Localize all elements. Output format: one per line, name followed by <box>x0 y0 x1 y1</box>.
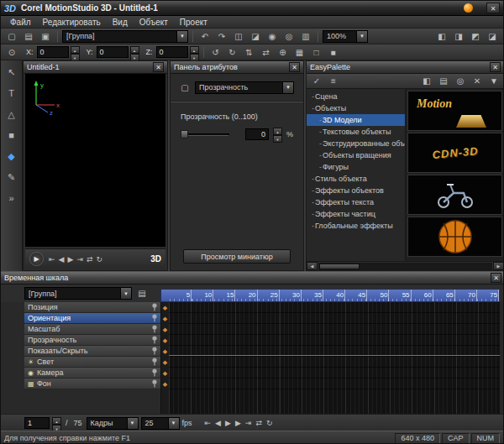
save-icon[interactable]: ▣ <box>38 29 53 43</box>
go-last-icon[interactable]: ⇥ <box>76 255 83 264</box>
palette-thumbnail-basketball[interactable] <box>407 217 502 257</box>
menu-item[interactable]: Вид <box>107 18 134 27</box>
timeline-track[interactable]: ☀ Свет <box>24 357 160 368</box>
tree-item[interactable]: Эффекты объектов <box>307 185 405 196</box>
prev-frame-icon[interactable]: ◀ <box>59 255 65 264</box>
timeline-track[interactable]: Позиция <box>24 302 160 313</box>
pointer-tool[interactable]: ↖ <box>3 65 20 79</box>
undo-icon[interactable]: ↶ <box>197 29 213 43</box>
tree-item[interactable]: Объекты вращения <box>307 149 405 161</box>
timeline-track[interactable]: ◉ Камера <box>24 368 160 379</box>
chevron-down-icon[interactable] <box>168 418 179 429</box>
repeat-icon[interactable]: ↻ <box>96 255 102 264</box>
rotate-cw-icon[interactable]: ↻ <box>225 45 240 59</box>
loop-playback-icon[interactable]: ⇄ <box>87 255 93 264</box>
pin-icon[interactable] <box>151 314 158 322</box>
dock-palette-icon[interactable]: ◧ <box>419 75 434 88</box>
scroll-left-icon[interactable] <box>307 262 318 270</box>
sphere-tool[interactable]: ◆ <box>3 149 20 163</box>
layout-custom-icon[interactable]: ◪ <box>485 29 500 43</box>
pin-icon[interactable] <box>151 347 158 355</box>
chevron-down-icon[interactable] <box>176 31 187 42</box>
paint-tool[interactable]: ✎ <box>3 170 20 184</box>
palette-menu-icon[interactable]: ▼ <box>486 75 501 88</box>
more-tools[interactable]: » <box>3 191 20 205</box>
zoom-select[interactable]: 100% <box>323 30 368 43</box>
menu-item[interactable]: Объект <box>134 18 174 27</box>
rotate-ccw-icon[interactable]: ↺ <box>208 45 223 59</box>
viewport-canvas[interactable]: y x z <box>25 74 165 247</box>
scrollbar-thumb[interactable] <box>319 264 360 269</box>
view-list-icon[interactable]: ≡ <box>326 75 341 88</box>
tl-go-last-icon[interactable]: ⇥ <box>245 419 252 427</box>
pin-icon[interactable] <box>151 379 158 388</box>
tree-item[interactable]: Сцена <box>307 91 405 102</box>
tl-repeat-icon[interactable]: ↻ <box>266 419 273 427</box>
palette-thumbnail-cdn3d[interactable]: CDN-3D <box>407 133 502 173</box>
keyframe-marker[interactable] <box>161 357 169 368</box>
fps-select[interactable]: 25 <box>141 417 180 430</box>
tree-item[interactable]: Объекты <box>307 102 405 114</box>
apply-icon[interactable]: ✓ <box>309 75 324 88</box>
keyframe-marker[interactable] <box>161 324 169 335</box>
close-button[interactable] <box>486 3 500 13</box>
timeline-track[interactable]: Показать/Скрыть <box>24 346 160 357</box>
keyframe-marker[interactable] <box>161 313 169 324</box>
delete-icon[interactable]: ✕ <box>470 75 485 88</box>
timeline-grid[interactable] <box>169 302 500 414</box>
palette-thumbnail-motion[interactable]: Motion <box>407 91 502 131</box>
tree-item[interactable]: Экструдированные объекты <box>307 138 405 149</box>
chevron-down-icon[interactable] <box>120 288 131 299</box>
tl-next-frame-icon[interactable]: ▶ <box>235 419 241 427</box>
link-axes-icon[interactable]: ⊙ <box>4 45 19 59</box>
chevron-down-icon[interactable] <box>356 31 367 42</box>
tl-loop-icon[interactable]: ⇄ <box>255 419 262 427</box>
tl-go-first-icon[interactable]: ⇤ <box>205 419 212 427</box>
y-stepper[interactable] <box>130 46 139 59</box>
keyframe-marker[interactable] <box>161 302 169 313</box>
tl-prev-frame-icon[interactable]: ◀ <box>215 419 221 427</box>
current-frame-field[interactable]: 1 <box>24 417 50 429</box>
menu-item[interactable]: Редактировать <box>37 18 107 27</box>
go-first-icon[interactable]: ⇤ <box>49 255 55 264</box>
slider-thumb[interactable] <box>181 130 188 138</box>
layout-split-icon[interactable]: ◨ <box>451 29 466 43</box>
shape-tool[interactable]: △ <box>3 107 20 121</box>
pin-icon[interactable] <box>151 336 158 344</box>
tree-item[interactable]: Эффекты частиц <box>307 208 405 220</box>
keyframe-marker[interactable] <box>161 346 169 357</box>
text-tool[interactable]: T <box>3 86 20 100</box>
flip-vertical-icon[interactable]: ⇅ <box>242 45 257 59</box>
menu-item[interactable]: Проект <box>174 18 213 27</box>
tree-item[interactable]: Фигуры <box>307 161 405 173</box>
keyframe-marker[interactable] <box>161 335 169 346</box>
pin-icon[interactable] <box>151 368 158 377</box>
z-stepper[interactable] <box>190 46 199 59</box>
z-field[interactable]: 0 <box>156 46 188 58</box>
copy-object-icon[interactable]: ◫ <box>231 29 246 43</box>
tree-item[interactable]: Стиль объекта <box>307 173 405 185</box>
palette-thumbnail-scooter[interactable] <box>407 175 502 215</box>
transparency-slider[interactable] <box>181 130 229 138</box>
timeline-group-select[interactable]: [Группа] <box>24 287 132 300</box>
attributes-close-button[interactable] <box>289 62 300 72</box>
tree-item[interactable]: Глобальные эффекты <box>307 220 405 232</box>
tree-item[interactable]: 3D Модели <box>307 114 405 126</box>
capture-icon[interactable]: ◎ <box>453 75 468 88</box>
render-camera-icon[interactable]: ◎ <box>281 29 297 43</box>
timeline-ruler[interactable]: 51015202530354045505560657075 <box>160 289 500 302</box>
flip-horizontal-icon[interactable]: ⇄ <box>259 45 274 59</box>
tree-item[interactable]: Эффекты текста <box>307 196 405 208</box>
wireframe-icon[interactable]: □ <box>309 45 324 59</box>
menu-item[interactable]: Файл <box>4 18 37 27</box>
keyframe-marker[interactable] <box>161 379 169 389</box>
timeline-track[interactable]: ▦ Фон <box>24 379 160 389</box>
keyframe-marker[interactable] <box>161 368 169 379</box>
pin-icon[interactable] <box>151 325 158 333</box>
chevron-down-icon[interactable] <box>282 82 293 93</box>
property-select[interactable]: Прозрачность <box>195 81 294 94</box>
transparency-value-field[interactable]: 0 <box>245 128 269 140</box>
viewport-close-button[interactable] <box>153 62 164 72</box>
easypalette-close-button[interactable] <box>490 62 501 72</box>
snap-target-icon[interactable]: ⊕ <box>276 45 291 59</box>
